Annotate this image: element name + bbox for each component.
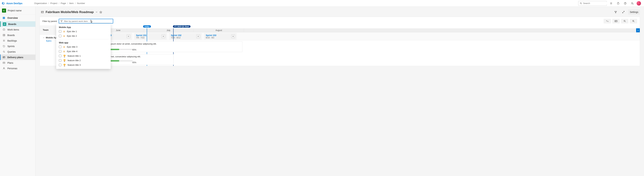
option-checkbox[interactable]	[59, 50, 62, 53]
marketplace-icon[interactable]	[616, 1, 621, 6]
sprint-card[interactable]: Sprint 1527/25 - 8/12 ＋	[169, 33, 202, 40]
filter-parent-dropdown: Mobile App ♛ Epic tite 1 ♛ Epic tite 2 W…	[56, 24, 111, 69]
svg-rect-10	[3, 17, 4, 18]
project-selector[interactable]: C Project name	[0, 7, 36, 14]
sidebar-item-label: Boards	[8, 34, 15, 36]
zoom-in-button[interactable]	[630, 19, 637, 24]
backlogs-icon	[2, 40, 5, 42]
queries-icon	[2, 50, 5, 53]
settings-button[interactable]: Settings	[628, 10, 640, 15]
fullscreen-button[interactable]	[620, 10, 626, 15]
svg-point-31	[4, 68, 4, 68]
azure-devops-logo	[2, 2, 5, 5]
boards-icon	[3, 22, 6, 26]
sprint-card[interactable]: Sprint 1517/4 - 7/22 ＋	[134, 33, 167, 40]
breadcrumb-item[interactable]: Number	[77, 2, 85, 4]
feature-icon: 🏆	[63, 59, 66, 62]
sidebar-item-personas[interactable]: Personas	[0, 66, 36, 71]
dependencies-button[interactable]	[604, 19, 611, 24]
sidebar-item-backlogs[interactable]: Backlogs	[0, 38, 36, 44]
breadcrumb-item[interactable]: Organization	[34, 2, 47, 4]
svg-rect-13	[4, 18, 5, 19]
svg-line-44	[625, 22, 626, 22]
sprint-dates: 7/4 - 7/22	[136, 36, 146, 39]
sidebar-item-label: Sprints	[8, 45, 15, 48]
avatar[interactable]	[636, 1, 641, 6]
svg-rect-26	[3, 56, 5, 58]
add-item-button[interactable]: ＋	[126, 34, 130, 38]
option-label: feature title 1	[68, 55, 81, 57]
sprint-card[interactable]: Sprint 1538/15 - 9/2 ＋	[204, 33, 237, 40]
svg-point-24	[3, 51, 4, 52]
progress-pct: 65%	[132, 48, 136, 51]
option-label: Epic title 3	[67, 46, 77, 48]
sidebar-item-queries[interactable]: Queries	[0, 49, 36, 54]
help-icon[interactable]	[622, 1, 628, 6]
sidebar-item-work-items[interactable]: Work items	[0, 27, 36, 32]
filter-label: Filter by parent	[42, 20, 57, 22]
sidebar-item-sprints[interactable]: Sprints	[0, 44, 36, 49]
option-label: feature title 3	[68, 64, 81, 66]
user-settings-icon[interactable]	[630, 1, 635, 6]
sprint-title: Sprint 151	[136, 34, 146, 36]
add-item-button[interactable]: ＋	[231, 34, 235, 38]
add-item-button[interactable]: ＋	[196, 34, 200, 38]
option-checkbox[interactable]	[59, 46, 62, 48]
svg-rect-14	[4, 24, 5, 25]
dropdown-option[interactable]: 🏆 feature title 1	[56, 54, 111, 58]
dropdown-option[interactable]: ♛ Epic title 4	[56, 49, 111, 54]
svg-rect-5	[617, 3, 619, 4]
option-checkbox[interactable]	[59, 59, 62, 62]
breadcrumb-item[interactable]: Page	[61, 2, 66, 4]
sidebar-section-boards[interactable]: Boards	[0, 21, 36, 27]
svg-line-38	[622, 12, 623, 13]
dropdown-option[interactable]: ♛ Epic tite 2	[56, 34, 111, 38]
breadcrumb-item[interactable]: Project	[50, 2, 57, 4]
search-input[interactable]	[578, 1, 607, 6]
svg-marker-36	[615, 11, 617, 13]
svg-line-37	[624, 11, 624, 12]
option-checkbox[interactable]	[59, 64, 62, 66]
sidebar-item-overview[interactable]: Overview	[0, 14, 36, 21]
collapse-cards-button[interactable]	[612, 19, 620, 24]
option-checkbox[interactable]	[59, 30, 62, 33]
breadcrumb-item[interactable]: Item	[69, 2, 74, 4]
option-label: Epic tite 2	[67, 35, 77, 37]
scroll-right-button[interactable]	[636, 28, 640, 32]
svg-rect-12	[3, 18, 4, 19]
zoom-out-button[interactable]	[621, 19, 628, 24]
filter-parent-input[interactable]	[59, 19, 113, 24]
sidebar-item-label: Queries	[8, 50, 16, 53]
dropdown-option[interactable]: 🏆 feature title 3	[56, 63, 111, 67]
dropdown-option[interactable]: 🏆 feature title 2	[56, 58, 111, 63]
epic-icon: ♛	[63, 30, 65, 33]
epic-card[interactable]: Epic title: Lorem ipsum dolor sit amet, …	[92, 42, 242, 52]
add-item-button[interactable]: ＋	[162, 34, 165, 38]
svg-marker-35	[100, 11, 102, 13]
sidebar-item-label: Overview	[8, 16, 18, 19]
dropdown-option[interactable]: ♛ Epic title 3	[56, 44, 111, 49]
project-badge: C	[2, 8, 6, 12]
favorite-star-icon[interactable]	[100, 11, 102, 14]
svg-rect-11	[4, 17, 5, 18]
feature-icon: 🏆	[63, 55, 66, 57]
sprint-title: Sprint 152	[171, 34, 182, 36]
option-checkbox[interactable]	[59, 35, 62, 37]
personas-icon	[2, 67, 5, 70]
sidebar-item-boards[interactable]: Boards	[0, 32, 36, 38]
sidebar-item-delivery-plans[interactable]: Delivery plans	[0, 54, 36, 60]
svg-point-0	[580, 2, 581, 4]
svg-line-1	[581, 4, 582, 4]
epic-icon: ♛	[63, 46, 65, 48]
month-cell: July	[144, 28, 194, 32]
option-checkbox[interactable]	[59, 55, 62, 57]
delivery-plans-icon	[2, 56, 5, 58]
filter-button[interactable]	[613, 10, 619, 15]
list-icon[interactable]	[608, 1, 614, 6]
sidebar-item-plans[interactable]: Plans	[0, 60, 36, 66]
epic-icon: ♛	[63, 35, 65, 38]
project-name: Project name	[8, 9, 22, 12]
dropdown-option[interactable]: ♛ Epic tite 1	[56, 29, 111, 34]
brand-label[interactable]: Azure DevOps	[6, 2, 22, 5]
chevron-down-icon[interactable]	[96, 11, 98, 13]
